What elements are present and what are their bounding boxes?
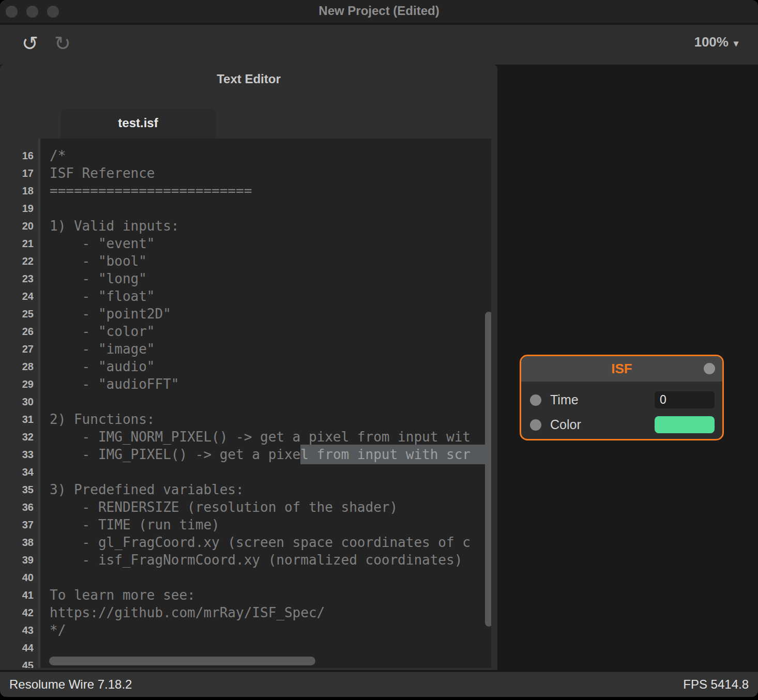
line-number: 21 bbox=[0, 235, 35, 252]
code-line[interactable]: - "bool" bbox=[40, 252, 491, 270]
code-line[interactable]: - RENDERSIZE (resolution of the shader) bbox=[40, 498, 491, 516]
code-line[interactable]: - "point2D" bbox=[40, 305, 491, 323]
code-line[interactable] bbox=[40, 639, 491, 657]
line-number: 20 bbox=[0, 217, 35, 235]
zoom-level-dropdown[interactable]: 100%▾ bbox=[694, 34, 738, 50]
code-line[interactable]: - IMG_NORM_PIXEL() -> get a pixel from i… bbox=[40, 428, 491, 446]
isf-node[interactable]: ISF Time 0 Color bbox=[520, 355, 724, 440]
code-line[interactable]: - "audio" bbox=[40, 358, 491, 375]
status-bar: Resolume Wire 7.18.2 FPS 5414.8 bbox=[0, 671, 758, 697]
color-swatch[interactable] bbox=[655, 416, 715, 433]
window-title: New Project (Edited) bbox=[0, 4, 758, 18]
code-line[interactable] bbox=[40, 200, 491, 217]
color-input-port[interactable] bbox=[530, 419, 541, 431]
fps-counter: FPS 5414.8 bbox=[683, 677, 749, 692]
line-number: 40 bbox=[0, 569, 35, 586]
undo-icon[interactable]: ↺ bbox=[19, 30, 41, 57]
code-line[interactable] bbox=[40, 569, 491, 586]
line-number: 17 bbox=[0, 164, 35, 182]
line-number: 29 bbox=[0, 375, 35, 393]
text-editor-panel: Text Editor test.isf 1617181920212223242… bbox=[0, 65, 497, 670]
line-number: 16 bbox=[0, 147, 35, 164]
code-line[interactable]: ========================= bbox=[40, 182, 491, 200]
line-number: 37 bbox=[0, 516, 35, 534]
code-line[interactable]: - "image" bbox=[40, 340, 491, 358]
line-number: 43 bbox=[0, 621, 35, 639]
line-number: 39 bbox=[0, 551, 35, 569]
isf-node-title: ISF bbox=[521, 356, 722, 382]
time-value-field[interactable]: 0 bbox=[655, 391, 715, 408]
line-number: 27 bbox=[0, 340, 35, 358]
code-line[interactable]: 1) Valid inputs: bbox=[40, 217, 491, 235]
node-canvas[interactable]: Text Editor test.isf 1617181920212223242… bbox=[0, 65, 758, 671]
code-line[interactable]: - "audioFFT" bbox=[40, 375, 491, 393]
line-number-gutter: 1617181920212223242526272829303132333435… bbox=[0, 139, 35, 668]
code-line[interactable]: /* bbox=[40, 147, 491, 164]
code-line[interactable]: - "long" bbox=[40, 270, 491, 287]
time-label: Time bbox=[550, 392, 655, 407]
node-row-color: Color bbox=[530, 416, 715, 433]
code-lines: /*ISF Reference=========================… bbox=[40, 147, 491, 668]
code-line[interactable]: https://github.com/mrRay/ISF_Spec/ bbox=[40, 604, 491, 621]
line-number: 28 bbox=[0, 358, 35, 375]
app-window: New Project (Edited) ↺ ↻ 100%▾ Text Edit… bbox=[0, 0, 758, 697]
panel-title: Text Editor bbox=[0, 65, 497, 86]
tab-label: test.isf bbox=[60, 109, 216, 138]
line-number: 42 bbox=[0, 604, 35, 621]
line-number: 34 bbox=[0, 463, 35, 481]
code-line[interactable]: - "event" bbox=[40, 235, 491, 252]
line-number: 33 bbox=[0, 446, 35, 463]
line-number: 23 bbox=[0, 270, 35, 287]
title-bar: New Project (Edited) bbox=[0, 0, 758, 24]
line-number: 45 bbox=[0, 657, 35, 668]
line-number: 22 bbox=[0, 252, 35, 270]
isf-node-header[interactable]: ISF bbox=[521, 356, 722, 382]
color-label: Color bbox=[550, 417, 655, 432]
line-number: 31 bbox=[0, 410, 35, 428]
line-number: 35 bbox=[0, 481, 35, 498]
zoom-level-value: 100% bbox=[694, 34, 729, 50]
code-line[interactable]: - TIME (run time) bbox=[40, 516, 491, 534]
code-line[interactable]: - IMG_PIXEL() -> get a pixel from input … bbox=[40, 446, 491, 463]
code-line[interactable]: 2) Functions: bbox=[40, 410, 491, 428]
code-line[interactable] bbox=[40, 463, 491, 481]
code-line[interactable]: 3) Predefined variables: bbox=[40, 481, 491, 498]
line-number: 32 bbox=[0, 428, 35, 446]
horizontal-scrollbar[interactable] bbox=[49, 657, 315, 665]
code-line[interactable] bbox=[40, 393, 491, 410]
time-input-port[interactable] bbox=[530, 394, 541, 406]
chevron-down-icon: ▾ bbox=[734, 38, 738, 49]
line-number: 38 bbox=[0, 534, 35, 551]
line-number: 30 bbox=[0, 393, 35, 410]
vertical-scrollbar[interactable] bbox=[485, 312, 491, 627]
code-line[interactable]: - "float" bbox=[40, 287, 491, 305]
app-version: Resolume Wire 7.18.2 bbox=[9, 677, 132, 692]
line-number: 26 bbox=[0, 323, 35, 340]
toolbar: ↺ ↻ 100%▾ bbox=[0, 25, 758, 65]
line-number: 41 bbox=[0, 586, 35, 604]
line-number: 25 bbox=[0, 305, 35, 323]
code-line[interactable]: */ bbox=[40, 621, 491, 639]
output-port[interactable] bbox=[704, 363, 715, 374]
line-number: 36 bbox=[0, 498, 35, 516]
code-line[interactable]: - "color" bbox=[40, 323, 491, 340]
line-number: 19 bbox=[0, 200, 35, 217]
tab-test-isf[interactable]: test.isf bbox=[60, 109, 216, 139]
code-line[interactable]: - isf_FragNormCoord.xy (normalized coord… bbox=[40, 551, 491, 569]
code-editor[interactable]: /*ISF Reference=========================… bbox=[38, 139, 491, 668]
code-line[interactable]: To learn more see: bbox=[40, 586, 491, 604]
redo-icon[interactable]: ↻ bbox=[51, 30, 74, 57]
code-line[interactable]: - gl_FragCoord.xy (screen space coordina… bbox=[40, 534, 491, 551]
node-row-time: Time 0 bbox=[530, 391, 715, 408]
line-number: 24 bbox=[0, 287, 35, 305]
code-line[interactable]: ISF Reference bbox=[40, 164, 491, 182]
line-number: 44 bbox=[0, 639, 35, 657]
line-number: 18 bbox=[0, 182, 35, 200]
